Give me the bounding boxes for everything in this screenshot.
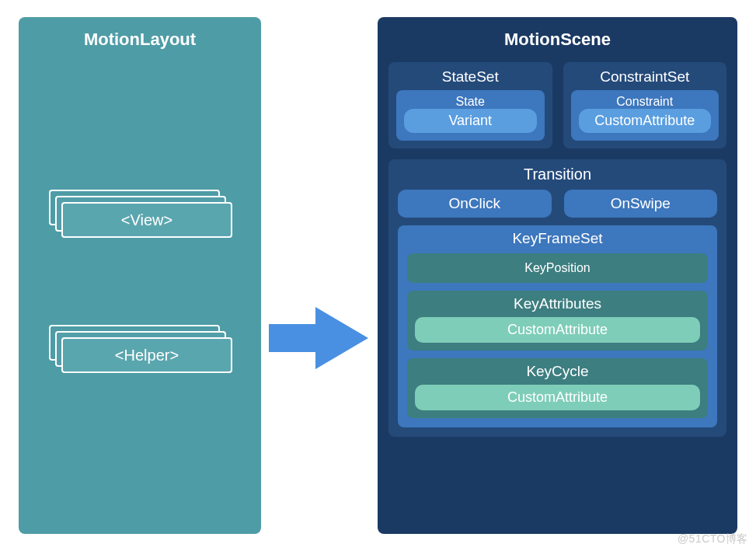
customattribute-chip: CustomAttribute <box>579 109 712 133</box>
motionscene-title: MotionScene <box>388 30 726 50</box>
constraint-label: Constraint <box>579 95 712 109</box>
keyattributes-label: KeyAttributes <box>415 295 700 312</box>
stack-card-front: <View> <box>61 202 232 238</box>
transition-label: Transition <box>398 166 717 183</box>
helper-stack: <Helper> <box>49 325 231 375</box>
transition-triggers-row: OnClick OnSwipe <box>398 190 717 218</box>
keyframeset-label: KeyFrameSet <box>407 230 708 247</box>
onswipe-chip: OnSwipe <box>564 190 718 218</box>
constraint-box: Constraint CustomAttribute <box>571 90 719 141</box>
view-stack: <View> <box>49 190 231 239</box>
onclick-chip: OnClick <box>398 190 552 218</box>
diagram-canvas: MotionLayout <View> <Helper> MotionScene… <box>0 0 756 551</box>
constraintset-box: ConstraintSet Constraint CustomAttribute <box>563 62 727 148</box>
constraintset-label: ConstraintSet <box>571 68 719 85</box>
keycycle-custom-chip: CustomAttribute <box>415 385 700 410</box>
keyattributes-custom-chip: CustomAttribute <box>415 317 700 343</box>
variant-chip: Variant <box>404 109 537 133</box>
keyposition-label: KeyPosition <box>524 261 591 274</box>
state-label: State <box>404 95 537 109</box>
state-box: State Variant <box>396 90 545 141</box>
transition-box: Transition OnClick OnSwipe KeyFrameSet K… <box>388 159 726 437</box>
svg-marker-0 <box>269 307 368 369</box>
keyframeset-box: KeyFrameSet KeyPosition KeyAttributes Cu… <box>398 225 717 427</box>
motionlayout-title: MotionLayout <box>30 30 250 50</box>
arrow-icon <box>269 299 370 377</box>
keycycle-box: KeyCycle CustomAttribute <box>407 358 708 418</box>
motionscene-panel: MotionScene StateSet State Variant Const… <box>378 17 737 534</box>
stack-card-front: <Helper> <box>61 337 232 373</box>
keyattributes-box: KeyAttributes CustomAttribute <box>407 291 708 350</box>
top-row: StateSet State Variant ConstraintSet Con… <box>388 62 726 148</box>
arrow <box>261 141 378 534</box>
stateset-label: StateSet <box>396 68 545 85</box>
watermark: @51CTO博客 <box>678 532 748 546</box>
keyposition-box: KeyPosition <box>407 253 708 283</box>
motionlayout-panel: MotionLayout <View> <Helper> <box>19 17 261 534</box>
keycycle-label: KeyCycle <box>415 363 700 380</box>
stateset-box: StateSet State Variant <box>388 62 552 148</box>
